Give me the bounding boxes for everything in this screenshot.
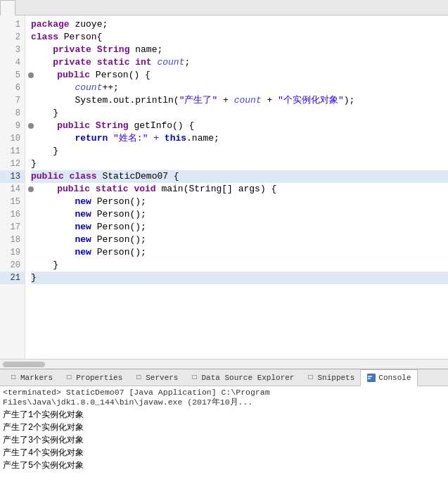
line-number: 1 xyxy=(0,18,25,31)
token: "个实例化对象" xyxy=(278,94,344,107)
token: .println( xyxy=(129,94,179,107)
token: private xyxy=(53,44,96,56)
properties-icon: □ xyxy=(64,373,74,383)
token: } xyxy=(31,107,58,120)
panel-tab-properties[interactable]: □Properties xyxy=(58,369,128,386)
line-number: 20 xyxy=(0,259,25,272)
line-number: 15 xyxy=(0,196,25,208)
breakpoint-icon xyxy=(28,123,34,129)
code-line: } xyxy=(31,272,448,284)
token xyxy=(31,246,75,259)
panel-tab-markers[interactable]: □Markers xyxy=(3,369,58,386)
token: package xyxy=(31,18,75,31)
panel-tab-label: Markers xyxy=(20,374,53,382)
code-line: new Person(); xyxy=(31,234,448,246)
token xyxy=(31,208,75,221)
editor-tab[interactable] xyxy=(0,0,15,15)
panel-tab-data-source-explorer[interactable]: □Data Source Explorer xyxy=(184,369,300,386)
token: name; xyxy=(135,44,162,56)
code-line: } xyxy=(31,158,448,170)
panel-tab-servers[interactable]: □Servers xyxy=(128,369,184,386)
console-header: <terminated> StaticDemo07 [Java Applicat… xyxy=(3,388,445,407)
line-number: 11 xyxy=(0,145,25,158)
line-numbers: 123456789101112131415161718192021 xyxy=(0,15,25,359)
line-number: 17 xyxy=(0,221,25,234)
code-line: class Person{ xyxy=(31,31,448,44)
token: Person{ xyxy=(64,31,103,44)
panel-tab-console[interactable]: Console xyxy=(360,369,417,386)
token: public xyxy=(57,69,96,82)
line-number: 7 xyxy=(0,94,25,107)
line-number: 21 xyxy=(0,272,25,284)
token: StaticDemo07 { xyxy=(102,170,179,183)
token: static xyxy=(97,56,136,69)
token xyxy=(31,221,75,234)
token: String xyxy=(96,120,134,132)
token: class xyxy=(31,31,64,44)
horizontal-scrollbar[interactable] xyxy=(0,359,448,369)
token: new xyxy=(75,196,96,208)
token: public xyxy=(31,170,70,183)
code-line: public static void main(String[] args) { xyxy=(31,183,448,196)
token: ); xyxy=(344,94,355,107)
code-line: private static int count; xyxy=(31,56,448,69)
code-line: public String getInfo() { xyxy=(31,120,448,132)
token: count xyxy=(75,82,102,94)
token: new xyxy=(75,234,96,246)
bottom-panel: □Markers□Properties□Servers□Data Source … xyxy=(0,369,448,496)
line-number: 13 xyxy=(0,170,25,183)
code-line: new Person(); xyxy=(31,196,448,208)
editor-container: 123456789101112131415161718192021 packag… xyxy=(0,0,448,369)
panel-tab-label: Data Source Explorer xyxy=(201,374,294,382)
panel-tab-snippets[interactable]: □Snippets xyxy=(300,369,360,386)
token: static xyxy=(96,183,134,196)
token: "产生了" xyxy=(179,94,218,107)
line-number: 8 xyxy=(0,107,25,120)
token: new xyxy=(75,208,96,221)
code-line: public Person() { xyxy=(31,69,448,82)
line-number: 2 xyxy=(0,31,25,44)
token: ++; xyxy=(102,82,118,94)
token xyxy=(31,132,75,145)
console-icon xyxy=(366,373,376,383)
console-output-line: 产生了4个实例化对象 xyxy=(3,447,445,459)
code-line: new Person(); xyxy=(31,221,448,234)
token: count xyxy=(157,56,184,69)
console-output-line: 产生了3个实例化对象 xyxy=(3,434,445,447)
token: return xyxy=(75,132,113,145)
token: Person(); xyxy=(97,208,146,221)
token: private xyxy=(53,56,96,69)
line-number: 6 xyxy=(0,82,25,94)
token xyxy=(31,94,75,107)
token: ; xyxy=(184,56,190,69)
token: } xyxy=(31,158,37,170)
code-content: 123456789101112131415161718192021 packag… xyxy=(0,15,448,359)
panel-tab-label: Console xyxy=(378,374,411,382)
token xyxy=(35,120,57,132)
breakpoint-icon xyxy=(28,72,34,78)
token: String xyxy=(97,44,136,56)
token: public xyxy=(57,183,96,196)
code-line: count++; xyxy=(31,82,448,94)
snippets-icon: □ xyxy=(305,373,315,383)
token: Person(); xyxy=(97,196,146,208)
token xyxy=(31,56,53,69)
token: Person() { xyxy=(96,69,151,82)
code-line: new Person(); xyxy=(31,246,448,259)
code-line: new Person(); xyxy=(31,208,448,221)
code-line: public class StaticDemo07 { xyxy=(31,170,448,183)
token: "姓名:" + xyxy=(113,132,165,145)
servers-icon: □ xyxy=(134,373,143,383)
token: void xyxy=(134,183,161,196)
code-line: System.out.println("产生了" + count + "个实例化… xyxy=(31,94,448,107)
tab-bar xyxy=(0,0,448,15)
code-lines: package zuoye;class Person{ private Stri… xyxy=(25,15,448,359)
code-area[interactable]: 123456789101112131415161718192021 packag… xyxy=(0,15,448,359)
token: } xyxy=(31,145,58,158)
token: getInfo() { xyxy=(134,120,194,132)
panel-tab-label: Snippets xyxy=(317,374,354,382)
token: main(String[] args) { xyxy=(161,183,276,196)
token xyxy=(35,183,57,196)
scrollbar-thumb[interactable] xyxy=(3,362,45,367)
token xyxy=(31,196,75,208)
